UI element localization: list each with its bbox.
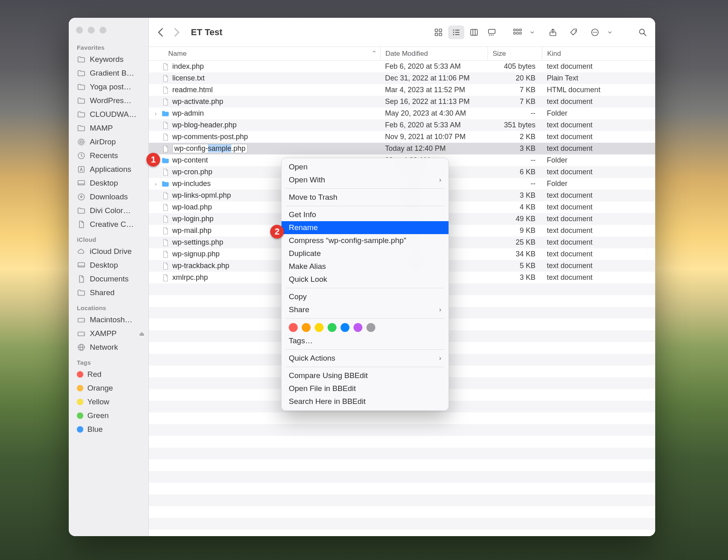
sidebar-item[interactable]: XAMPP⏏: [69, 327, 148, 340]
tag-purple-button[interactable]: [353, 323, 362, 332]
icon-view-button[interactable]: [430, 25, 447, 39]
file-kind-label: Folder: [542, 180, 655, 188]
context-menu-item[interactable]: Open: [281, 161, 449, 173]
file-kind-label: text document: [542, 273, 655, 282]
svg-rect-24: [455, 32, 459, 33]
context-menu-item[interactable]: Move to Trash: [281, 191, 449, 204]
context-menu-item[interactable]: Share›: [281, 303, 449, 316]
eject-icon[interactable]: ⏏: [139, 330, 144, 337]
sidebar-item[interactable]: Macintosh…: [69, 313, 148, 327]
document-icon: [161, 215, 170, 224]
sidebar-item[interactable]: Downloads: [69, 190, 148, 204]
action-button[interactable]: [589, 25, 601, 39]
maximize-window-button[interactable]: [99, 27, 106, 34]
group-by-button[interactable]: [511, 25, 523, 39]
tag-orange-button[interactable]: [302, 323, 311, 332]
context-menu-item[interactable]: Search Here in BBEdit: [281, 395, 449, 408]
file-row[interactable]: readme.html Mar 4, 2023 at 11:52 PM 7 KB…: [149, 84, 655, 96]
context-menu-item[interactable]: Quick Look: [281, 273, 449, 286]
tag-gray-button[interactable]: [366, 323, 375, 332]
gallery-view-button[interactable]: [484, 25, 500, 39]
sidebar-item[interactable]: Red: [69, 368, 148, 381]
list-view-button[interactable]: [448, 25, 464, 39]
context-menu-item[interactable]: Tags…: [281, 334, 449, 347]
file-kind-label: text document: [542, 168, 655, 176]
sidebar-item[interactable]: Orange: [69, 381, 148, 395]
tag-green-button[interactable]: [328, 323, 336, 332]
context-menu-item[interactable]: Compare Using BBEdit: [281, 369, 449, 382]
sidebar-item[interactable]: Yoga post…: [69, 80, 148, 94]
sidebar-item[interactable]: WordPres…: [69, 94, 148, 108]
sidebar-item[interactable]: MAMP: [69, 121, 148, 135]
column-date-header[interactable]: Date Modified: [380, 47, 487, 60]
tags-button[interactable]: [568, 25, 580, 39]
file-rename-input[interactable]: wp-config-sample.php: [172, 144, 248, 153]
back-button[interactable]: [155, 27, 167, 38]
desktop-icon: [77, 179, 86, 188]
sidebar-item[interactable]: Applications: [69, 163, 148, 176]
close-window-button[interactable]: [76, 27, 83, 34]
sidebar-item[interactable]: AirDrop: [69, 135, 148, 149]
sidebar-item[interactable]: Keywords: [69, 53, 148, 66]
column-view-button[interactable]: [466, 25, 482, 39]
column-kind-header[interactable]: Kind: [542, 47, 655, 60]
tag-yellow-button[interactable]: [315, 323, 324, 332]
context-menu-item[interactable]: Open With›: [281, 173, 449, 186]
sidebar-item[interactable]: Desktop: [69, 176, 148, 190]
document-icon: [161, 74, 170, 83]
context-menu-item[interactable]: Copy: [281, 290, 449, 303]
file-row[interactable]: wp-config-sample.php Today at 12:40 PM 3…: [149, 143, 655, 154]
sidebar-item-label: Creative C…: [90, 220, 134, 229]
file-row[interactable]: license.txt Dec 31, 2022 at 11:06 PM 20 …: [149, 72, 655, 84]
sidebar-item[interactable]: Green: [69, 409, 148, 423]
sidebar-item[interactable]: Yellow: [69, 395, 148, 409]
doc-icon: [77, 220, 86, 229]
sidebar-item[interactable]: Blue: [69, 423, 148, 436]
tag-blue-button[interactable]: [341, 323, 349, 332]
context-menu-item[interactable]: Open File in BBEdit: [281, 382, 449, 395]
context-menu-item[interactable]: Rename: [281, 221, 449, 234]
column-size-header[interactable]: Size: [487, 47, 542, 60]
forward-button[interactable]: [171, 27, 182, 38]
svg-rect-20: [439, 33, 442, 35]
context-menu-item-label: Quick Actions: [289, 354, 335, 363]
sidebar-item[interactable]: iCloud Drive: [69, 245, 148, 258]
context-menu-separator: [286, 188, 444, 189]
disclosure-caret-icon[interactable]: ›: [153, 110, 159, 117]
sidebar-item-label: Divi Color…: [90, 206, 131, 215]
context-menu-item[interactable]: Make Alias: [281, 260, 449, 273]
context-menu-item[interactable]: Quick Actions›: [281, 352, 449, 365]
context-menu-item[interactable]: Get Info: [281, 208, 449, 221]
minimize-window-button[interactable]: [88, 27, 95, 34]
sidebar-item[interactable]: Recents: [69, 149, 148, 163]
file-row[interactable]: wp-blog-header.php Feb 6, 2020 at 5:33 A…: [149, 119, 655, 131]
search-button[interactable]: [637, 25, 649, 39]
context-menu-item-label: Tags…: [289, 336, 313, 345]
document-icon: [161, 121, 170, 130]
context-menu-item[interactable]: Duplicate: [281, 247, 449, 260]
sidebar-item[interactable]: Gradient B…: [69, 66, 148, 80]
sidebar-item[interactable]: Desktop: [69, 258, 148, 272]
context-menu-item[interactable]: Compress “wp-config-sample.php”: [281, 234, 449, 247]
file-row[interactable]: index.php Feb 6, 2020 at 5:33 AM 405 byt…: [149, 61, 655, 72]
disclosure-caret-icon[interactable]: ›: [153, 181, 159, 187]
file-kind-label: text document: [542, 226, 655, 235]
file-kind-label: text document: [542, 215, 655, 223]
svg-point-44: [595, 32, 595, 32]
sidebar-item[interactable]: Creative C…: [69, 218, 148, 231]
context-menu-separator: [286, 349, 444, 350]
folder-icon: [77, 206, 86, 215]
sidebar-item[interactable]: Shared: [69, 286, 148, 300]
file-kind-label: Folder: [542, 109, 655, 118]
file-name-label: wp-login.php: [172, 215, 214, 223]
share-button[interactable]: [547, 25, 559, 39]
sidebar-item[interactable]: Documents: [69, 272, 148, 286]
sidebar-item[interactable]: Network: [69, 340, 148, 354]
file-row[interactable]: › wp-admin May 20, 2023 at 4:30 AM -- Fo…: [149, 108, 655, 119]
tag-red-button[interactable]: [289, 323, 298, 332]
column-name-header[interactable]: Name ⌃: [149, 49, 380, 58]
file-row[interactable]: wp-activate.php Sep 16, 2022 at 11:13 PM…: [149, 96, 655, 108]
sidebar-item[interactable]: Divi Color…: [69, 204, 148, 218]
sidebar-item[interactable]: CLOUDWA…: [69, 108, 148, 121]
file-row[interactable]: wp-comments-post.php Nov 9, 2021 at 10:0…: [149, 131, 655, 143]
